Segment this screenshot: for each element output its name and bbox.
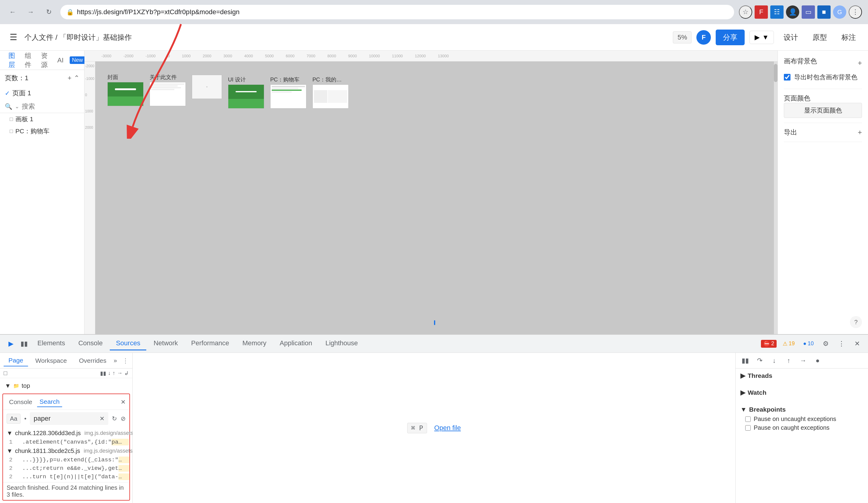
export-bg-checkbox[interactable] <box>784 74 790 81</box>
devtools-close-icon[interactable]: ✕ <box>851 338 863 350</box>
page-item-1[interactable]: ✓ 页面 1 <box>0 86 84 100</box>
result-line-2-1[interactable]: 2 ...}}}},p=u.extend({_class:"PaperScope… <box>3 455 130 464</box>
tab-application[interactable]: Application <box>273 337 318 350</box>
layer-item-cart[interactable]: □ PC：购物车 <box>0 125 84 137</box>
frame-pc-cart[interactable]: PC：购物车 <box>270 76 307 108</box>
frame-unnamed[interactable] <box>192 74 222 108</box>
extension-icon-5[interactable]: ■ <box>817 6 830 19</box>
result-line-2-3[interactable]: 2 ...turn t[e](n)||t[e]("data-paper-"+n)… <box>3 473 130 481</box>
label-tab[interactable]: 标注 <box>837 30 861 45</box>
tab-elements[interactable]: Elements <box>31 337 71 350</box>
file-tree-nav-5[interactable]: ↲ <box>124 370 129 377</box>
devtools-inspect-icon[interactable]: ▶ <box>5 338 17 350</box>
zoom-control[interactable]: 5% <box>673 31 692 43</box>
case-sensitive-button[interactable]: Aa <box>7 414 21 424</box>
address-bar[interactable]: 🔒 https://js.design/f/P1XZYb?p=xtCdfr0pI… <box>60 5 734 19</box>
frame-pc-mine[interactable]: PC：我的… <box>312 76 349 108</box>
extension-icon-1[interactable]: F <box>755 6 768 19</box>
panel-layout-icon[interactable]: □ <box>4 370 7 377</box>
search-panel-close-button[interactable]: ✕ <box>121 398 126 406</box>
tab-components[interactable]: 组件 <box>21 49 35 72</box>
extension-icon-4[interactable]: ▭ <box>802 6 815 19</box>
regex-button[interactable]: • <box>24 415 26 422</box>
search-console-tab[interactable]: Console <box>7 397 35 407</box>
result-line-2-2[interactable]: 2 ...ct;return e&&e._view},getPaper:func… <box>3 464 130 473</box>
devtools: ▶ ▮▮ Elements Console Sources Network Pe… <box>0 334 868 503</box>
subtab-page[interactable]: Page <box>4 355 28 366</box>
canvas-area[interactable]: -3000 -2000 -1000 0 1000 2000 3000 4000 … <box>84 51 777 334</box>
tab-network[interactable]: Network <box>147 337 184 350</box>
step-into-icon[interactable]: ↓ <box>768 355 780 367</box>
add-page-button[interactable]: + <box>68 74 72 82</box>
show-page-color-button[interactable]: 显示页面颜色 <box>784 103 862 118</box>
deactivate-breakpoints-icon[interactable]: ● <box>812 355 824 367</box>
subtab-overrides[interactable]: Overrides <box>74 355 111 366</box>
tab-assets[interactable]: 资源 <box>38 49 51 72</box>
extension-icon-3[interactable]: 👤 <box>786 6 799 19</box>
file-tree-nav-1[interactable]: ▮▮ <box>100 370 106 377</box>
search-refresh-button[interactable]: ↻ <box>112 415 117 422</box>
pause-icon[interactable]: ▮▮ <box>739 355 751 367</box>
more-button[interactable]: ⋮ <box>849 6 862 19</box>
browser-actions: ☆ F ☷ 👤 ▭ ■ G ⋮ <box>739 6 862 19</box>
help-button[interactable]: ? <box>850 316 862 328</box>
reload-button[interactable]: ↻ <box>42 6 55 19</box>
extension-icon-2[interactable]: ☷ <box>770 6 784 19</box>
subtab-workspace[interactable]: Workspace <box>30 355 72 366</box>
result-file-2[interactable]: ▼ chunk.1811.3bcde2c5.js img.js.design/a… <box>3 446 130 455</box>
step-out-icon[interactable]: ↑ <box>783 355 795 367</box>
design-tab[interactable]: 设计 <box>779 30 803 45</box>
bookmark-button[interactable]: ☆ <box>739 6 752 19</box>
result-file-1[interactable]: ▼ chunk.1228.306dd3ed.js img.js.design/a… <box>3 429 130 438</box>
tab-lighthouse[interactable]: Lighthouse <box>319 337 364 350</box>
tab-console[interactable]: Console <box>72 337 109 350</box>
info-icon: ● <box>803 340 806 347</box>
tree-item-top[interactable]: ▼ 📁 top <box>0 380 132 391</box>
scrollbar-thumb[interactable] <box>774 64 777 82</box>
user-avatar[interactable]: F <box>696 30 711 45</box>
search-clear-button[interactable]: ✕ <box>100 415 105 422</box>
tab-ai[interactable]: AI <box>54 54 67 67</box>
open-file-link[interactable]: Open file <box>434 424 461 432</box>
search-cancel-button[interactable]: ⊘ <box>121 415 126 422</box>
step-icon[interactable]: → <box>797 355 809 367</box>
search-toggle-icon[interactable]: ⌄ <box>15 103 19 110</box>
add-export-button[interactable]: + <box>858 128 862 137</box>
result-line-1-1[interactable]: 1 .ateElement("canvas",{id:"paperCanvas"… <box>3 438 130 446</box>
profile-avatar[interactable]: G <box>833 6 846 19</box>
file-tree-nav-2[interactable]: ↓ <box>108 370 111 377</box>
tab-performance[interactable]: Performance <box>185 337 235 350</box>
threads-header[interactable]: ▶ Threads <box>741 372 863 379</box>
prototype-tab[interactable]: 原型 <box>808 30 832 45</box>
pause-uncaught-checkbox[interactable] <box>745 417 751 422</box>
subtab-action-menu[interactable]: ⋮ <box>120 355 132 367</box>
vertical-scrollbar[interactable] <box>774 62 777 334</box>
frame-封面[interactable]: 封面 <box>107 74 144 108</box>
tab-sources[interactable]: Sources <box>110 337 146 350</box>
tab-memory[interactable]: Memory <box>236 337 272 350</box>
breakpoints-section: ▼ Breakpoints Pause on uncaught exceptio… <box>736 402 868 437</box>
subtab-more[interactable]: » <box>114 357 117 364</box>
forward-button[interactable]: → <box>24 6 38 19</box>
layer-item-artboard[interactable]: □ 画板 1 <box>0 113 84 125</box>
collapse-pages-button[interactable]: ⌃ <box>74 74 79 82</box>
breakpoints-header[interactable]: ▼ Breakpoints <box>741 406 863 413</box>
watch-header[interactable]: ▶ Watch <box>741 389 863 396</box>
devtools-settings-icon[interactable]: ⚙ <box>820 338 832 350</box>
devtools-more-icon[interactable]: ⋮ <box>835 338 847 350</box>
run-button[interactable]: ▶ ▼ <box>750 31 774 44</box>
search-tab[interactable]: Search <box>37 397 62 407</box>
frame-ui-design[interactable]: UI 设计 <box>228 76 264 108</box>
step-over-icon[interactable]: ↷ <box>754 355 766 367</box>
file-tree-nav-3[interactable]: ↑ <box>113 370 115 377</box>
file-tree-nav-4[interactable]: → <box>117 370 122 377</box>
add-bg-color-button[interactable]: + <box>858 59 862 67</box>
tab-layers[interactable]: 图层 <box>5 49 19 72</box>
share-button[interactable]: 分享 <box>716 30 745 45</box>
hamburger-menu[interactable]: ☰ <box>7 30 20 45</box>
back-button[interactable]: ← <box>6 6 19 19</box>
devtools-element-icon[interactable]: ▮▮ <box>18 338 30 350</box>
run-icon: ▶ <box>755 33 760 41</box>
frame-关于此文件[interactable]: 关于此文件 <box>149 74 186 108</box>
pause-caught-checkbox[interactable] <box>745 425 751 431</box>
